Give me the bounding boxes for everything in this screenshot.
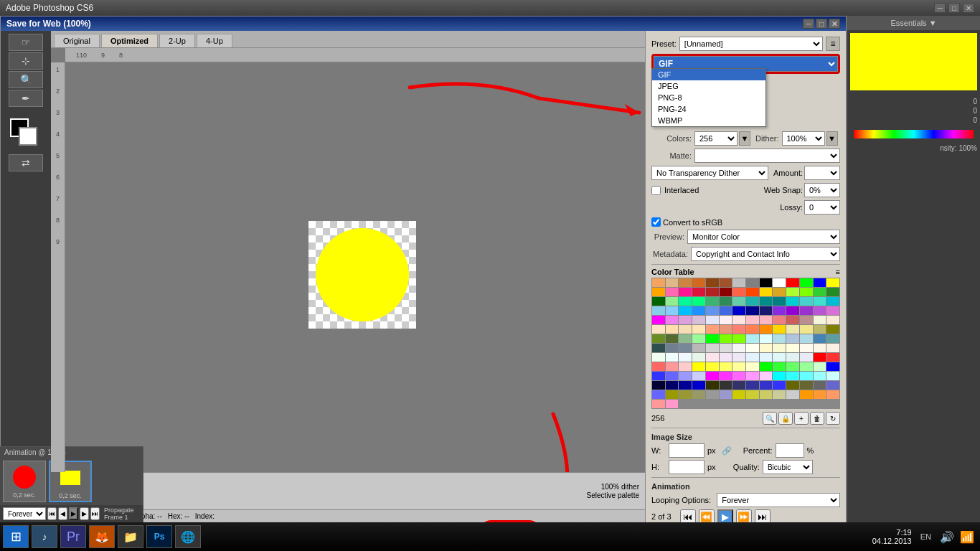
- color-cell-90[interactable]: [732, 334, 745, 343]
- color-cell-81[interactable]: [800, 325, 813, 334]
- play-stop-btn[interactable]: ▶: [69, 507, 78, 520]
- color-cell-157[interactable]: [692, 381, 705, 390]
- color-cell-55[interactable]: [826, 306, 839, 315]
- color-cell-102[interactable]: [706, 344, 719, 352]
- color-cell-115[interactable]: [692, 353, 705, 362]
- color-cell-116[interactable]: [706, 353, 719, 362]
- interlaced-checkbox[interactable]: [651, 186, 661, 195]
- tab-4up[interactable]: 4-Up: [197, 34, 232, 47]
- color-cell-175[interactable]: [746, 390, 759, 399]
- matte-select[interactable]: [694, 149, 840, 163]
- color-cell-97[interactable]: [826, 334, 839, 343]
- percent-input[interactable]: 100: [776, 443, 804, 458]
- frame-last-btn[interactable]: ⏭: [755, 509, 771, 524]
- lossy-select[interactable]: 0: [804, 200, 840, 215]
- color-cell-100[interactable]: [679, 344, 692, 352]
- color-cell-89[interactable]: [720, 334, 732, 343]
- color-table-options-btn[interactable]: ≡: [836, 268, 840, 276]
- color-cell-41[interactable]: [826, 297, 839, 306]
- color-cell-109[interactable]: [800, 344, 813, 352]
- color-cell-159[interactable]: [720, 381, 732, 390]
- color-cell-144[interactable]: [706, 372, 719, 380]
- minimize-btn[interactable]: ─: [934, 3, 946, 13]
- color-cell-145[interactable]: [720, 372, 732, 380]
- color-cell-180[interactable]: [814, 390, 826, 399]
- color-cell-155[interactable]: [666, 381, 679, 390]
- color-cell-22[interactable]: [760, 288, 773, 296]
- color-cell-6[interactable]: [732, 278, 745, 287]
- color-refresh-btn[interactable]: ↻: [826, 412, 840, 425]
- color-cell-179[interactable]: [800, 390, 813, 399]
- color-cell-106[interactable]: [760, 344, 773, 352]
- color-cell-39[interactable]: [800, 297, 813, 306]
- color-cell-134[interactable]: [760, 362, 773, 371]
- frame-first-btn[interactable]: ⏮: [680, 509, 696, 524]
- color-cell-79[interactable]: [773, 325, 786, 334]
- color-cell-54[interactable]: [814, 306, 826, 315]
- play-last-btn[interactable]: ⏭: [90, 507, 100, 520]
- taskbar-browser[interactable]: 🦊: [89, 525, 115, 548]
- dialog-maximize[interactable]: □: [816, 19, 827, 29]
- color-cell-23[interactable]: [773, 288, 786, 296]
- color-cell-98[interactable]: [652, 344, 665, 352]
- color-cell-59[interactable]: [692, 316, 705, 324]
- play-first-btn[interactable]: ⏮: [47, 507, 57, 520]
- tab-optimized[interactable]: Optimized: [101, 34, 158, 47]
- color-cell-66[interactable]: [786, 316, 799, 324]
- color-cell-86[interactable]: [679, 334, 692, 343]
- color-cell-129[interactable]: [692, 362, 705, 371]
- color-cell-19[interactable]: [720, 288, 732, 296]
- start-button[interactable]: ⊞: [3, 525, 29, 548]
- color-cell-60[interactable]: [706, 316, 719, 324]
- color-cell-9[interactable]: [773, 278, 786, 287]
- maximize-btn[interactable]: □: [948, 3, 960, 13]
- color-cell-110[interactable]: [814, 344, 826, 352]
- color-cell-52[interactable]: [786, 306, 799, 315]
- color-cell-158[interactable]: [706, 381, 719, 390]
- color-cell-166[interactable]: [814, 381, 826, 390]
- taskbar-audiomix[interactable]: ♪: [32, 525, 57, 548]
- color-cell-18[interactable]: [706, 288, 719, 296]
- color-cell-162[interactable]: [760, 381, 773, 390]
- color-cell-119[interactable]: [746, 353, 759, 362]
- color-cell-101[interactable]: [692, 344, 705, 352]
- color-cell-76[interactable]: [732, 325, 745, 334]
- color-cell-130[interactable]: [706, 362, 719, 371]
- color-cell-131[interactable]: [720, 362, 732, 371]
- color-cell-40[interactable]: [814, 297, 826, 306]
- color-cell-42[interactable]: [652, 306, 665, 315]
- color-cell-99[interactable]: [666, 344, 679, 352]
- color-cell-161[interactable]: [746, 381, 759, 390]
- color-cell-70[interactable]: [652, 325, 665, 334]
- format-option-jpeg[interactable]: JPEG: [652, 80, 765, 92]
- color-cell-143[interactable]: [692, 372, 705, 380]
- color-cell-178[interactable]: [786, 390, 799, 399]
- taskbar-photoshop[interactable]: Ps: [146, 525, 172, 548]
- color-cell-133[interactable]: [746, 362, 759, 371]
- color-cell-117[interactable]: [720, 353, 732, 362]
- color-delete-btn[interactable]: 🗑: [810, 412, 824, 425]
- color-cell-135[interactable]: [773, 362, 786, 371]
- colors-adjust-btn[interactable]: ▼: [739, 131, 750, 146]
- color-cell-16[interactable]: [679, 288, 692, 296]
- color-cell-25[interactable]: [800, 288, 813, 296]
- color-cell-71[interactable]: [666, 325, 679, 334]
- color-cell-138[interactable]: [814, 362, 826, 371]
- color-cell-87[interactable]: [692, 334, 705, 343]
- color-cell-152[interactable]: [814, 372, 826, 380]
- dither-adjust-btn[interactable]: ▼: [826, 131, 838, 146]
- color-cell-65[interactable]: [773, 316, 786, 324]
- color-cell-10[interactable]: [786, 278, 799, 287]
- colors-select[interactable]: 256: [694, 131, 738, 146]
- color-cell-48[interactable]: [732, 306, 745, 315]
- color-cell-141[interactable]: [666, 372, 679, 380]
- color-cell-34[interactable]: [732, 297, 745, 306]
- quality-select[interactable]: Bicubic: [763, 460, 813, 474]
- color-cell-27[interactable]: [826, 288, 839, 296]
- color-cell-118[interactable]: [732, 353, 745, 362]
- color-cell-169[interactable]: [666, 390, 679, 399]
- color-cell-84[interactable]: [652, 334, 665, 343]
- color-cell-107[interactable]: [773, 344, 786, 352]
- color-cell-14[interactable]: [652, 288, 665, 296]
- color-cell-73[interactable]: [692, 325, 705, 334]
